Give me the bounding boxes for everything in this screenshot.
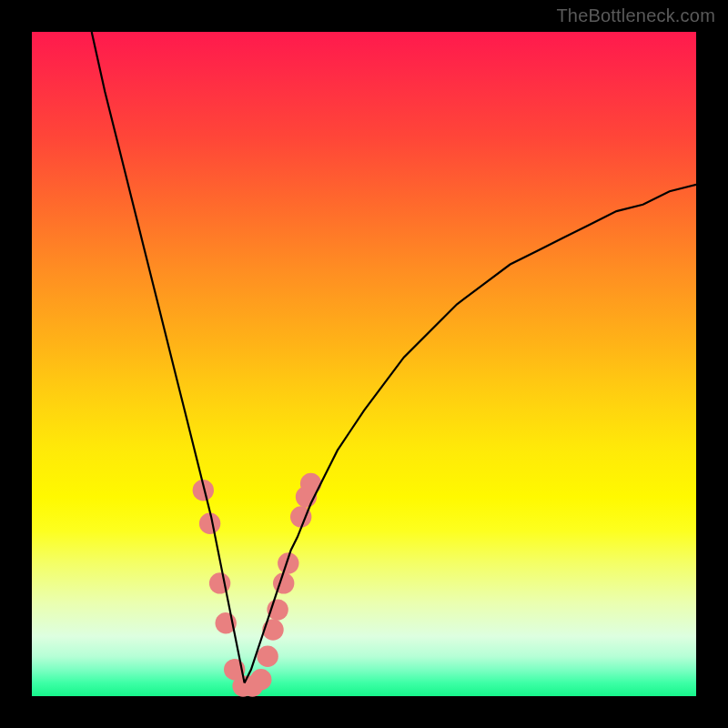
watermark-text: TheBottleneck.com xyxy=(556,5,715,26)
highlight-marker xyxy=(300,473,321,494)
highlight-marker xyxy=(250,669,271,690)
highlight-marker xyxy=(209,572,230,593)
highlight-markers xyxy=(193,473,322,697)
chart-svg xyxy=(32,32,696,696)
highlight-marker xyxy=(262,619,283,640)
highlight-marker xyxy=(273,572,294,593)
curve-right xyxy=(245,185,696,683)
plot-area xyxy=(32,32,696,696)
chart-frame: TheBottleneck.com xyxy=(0,0,728,728)
highlight-marker xyxy=(199,513,220,534)
highlight-marker xyxy=(257,646,278,667)
